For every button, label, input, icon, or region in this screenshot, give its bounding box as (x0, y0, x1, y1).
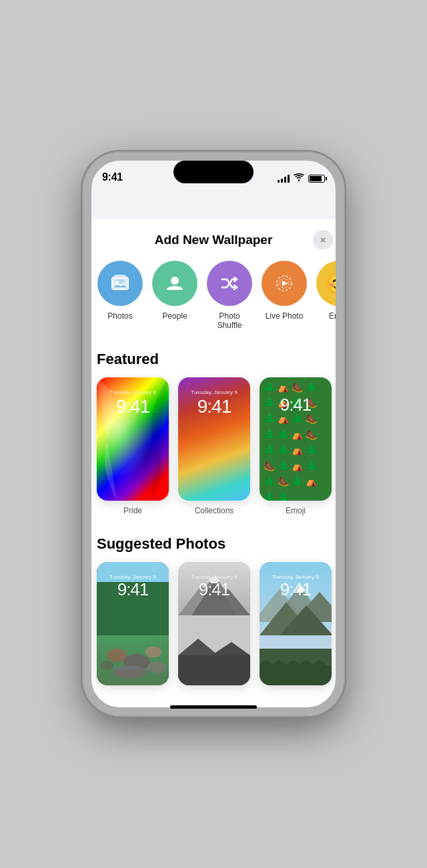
sheet-header: Add New Wallpaper × (83, 219, 344, 254)
wallpaper-type-photos[interactable]: Photos (97, 261, 143, 331)
suggested-wallpaper-list: Tuesday, January 9 9:41 (83, 562, 344, 699)
battery-icon (308, 175, 325, 183)
pride-clock: 9:41 (97, 396, 169, 417)
svg-point-13 (123, 654, 150, 670)
emoji-wall-preview: 🌲 ⛺ 🥾 🌲 🌲 ⛺ 🌲 🥾 🌲 ⛺ 🌲 🥾 (260, 377, 332, 501)
status-time: 9:41 (102, 171, 123, 183)
screen-content: Add New Wallpaper × (83, 153, 344, 715)
people-icon (152, 261, 197, 306)
svg-rect-25 (178, 655, 250, 685)
collections-time: Tuesday, January 9 (178, 389, 250, 395)
live-label: Live Photo (266, 311, 304, 321)
wallpaper-type-people[interactable]: People (151, 261, 198, 331)
suggested-card-1[interactable]: Tuesday, January 9 9:41 (97, 562, 169, 685)
add-wallpaper-sheet: Add New Wallpaper × (83, 219, 344, 715)
shuffle-icon (207, 261, 252, 306)
svg-point-0 (298, 180, 300, 181)
photos-icon (97, 261, 143, 306)
pride-time: Tuesday, January 9 (97, 389, 169, 395)
svg-point-15 (113, 665, 147, 679)
suggested-clock-3: 9:41 (260, 579, 332, 600)
svg-point-16 (100, 661, 113, 670)
phone-frame: 9:41 Add New Wallpa (83, 153, 344, 715)
wallpaper-card-pride[interactable]: Tuesday, January 9 9:41 Pride (97, 377, 169, 515)
collections-clock: 9:41 (178, 396, 250, 417)
wallpaper-card-collections[interactable]: Tuesday, January 9 9:41 Collections (178, 377, 250, 515)
suggested-clock-2: 9:41 (178, 579, 250, 600)
wallpaper-type-live[interactable]: Live Photo (261, 261, 308, 331)
dynamic-island (173, 161, 254, 183)
mountain-color-preview: Tuesday, January 9 9:41 (260, 562, 332, 685)
mountain-bw-preview: Tuesday, January 9 9:41 (178, 562, 250, 685)
photos-label: Photos (107, 311, 132, 321)
nature-preview-1: Tuesday, January 9 9:41 (97, 562, 169, 685)
collections-preview: Tuesday, January 9 9:41 (178, 377, 250, 501)
signal-icon (278, 175, 290, 183)
svg-point-14 (145, 647, 161, 657)
featured-section-title: Featured (83, 344, 344, 377)
emoji-icon: 😊 (316, 261, 344, 306)
emoji-wall-label: Emoji (286, 506, 306, 515)
emoji-clock: 9:41 (260, 395, 332, 415)
sheet-title: Add New Wallpaper (155, 233, 273, 247)
suggested-card-3[interactable]: Tuesday, January 9 9:41 (260, 562, 332, 685)
people-label: People (162, 311, 187, 321)
wallpaper-type-emoji[interactable]: 😊 Emoji (316, 261, 344, 331)
collections-label: Collections (195, 506, 234, 515)
wallpaper-type-list: Photos People (83, 254, 344, 344)
svg-marker-8 (282, 281, 288, 286)
featured-wallpaper-list: Tuesday, January 9 9:41 Pride Tuesday, J… (83, 377, 344, 529)
svg-point-4 (116, 281, 119, 283)
wallpaper-type-shuffle[interactable]: Photo Shuffle (206, 261, 253, 331)
svg-rect-3 (113, 279, 127, 288)
shuffle-label: Photo Shuffle (208, 311, 252, 331)
pride-preview: Tuesday, January 9 9:41 (97, 377, 169, 501)
pride-label: Pride (123, 506, 142, 515)
suggested-card-2[interactable]: Tuesday, January 9 9:41 (178, 562, 250, 685)
status-icons (278, 173, 325, 183)
emoji-label: Emoji (329, 311, 344, 321)
suggested-section-title: Suggested Photos (83, 529, 344, 562)
wallpaper-card-emoji[interactable]: 🌲 ⛺ 🥾 🌲 🌲 ⛺ 🌲 🥾 🌲 ⛺ 🌲 🥾 (260, 377, 332, 515)
suggested-clock-1: 9:41 (97, 579, 169, 600)
home-indicator (170, 705, 257, 709)
wallpaper-card-hidden[interactable]: 9:41 (341, 377, 344, 515)
close-button[interactable]: × (313, 230, 333, 250)
hidden-preview: 9:41 (341, 377, 344, 501)
svg-point-5 (171, 277, 179, 285)
svg-point-12 (107, 649, 127, 662)
live-icon (262, 261, 307, 306)
emoji-wall-bg: 🌲 ⛺ 🥾 🌲 🌲 ⛺ 🌲 🥾 🌲 ⛺ 🌲 🥾 (260, 377, 332, 501)
wifi-icon (294, 173, 304, 183)
svg-point-17 (147, 661, 166, 673)
